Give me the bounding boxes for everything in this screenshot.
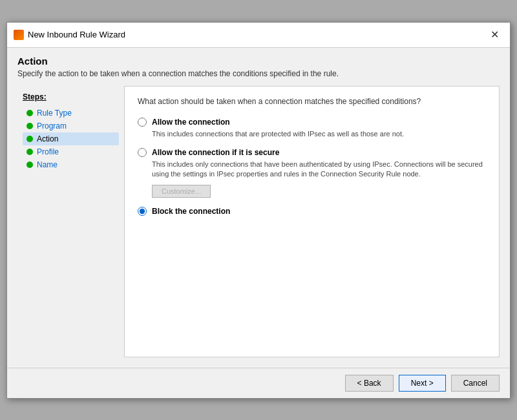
step-dot-action [26, 136, 33, 142]
step-item-action[interactable]: Action [23, 132, 119, 145]
step-item-profile[interactable]: Profile [23, 145, 119, 158]
option-block-row: Block the connection [138, 207, 486, 216]
content-area: Action Specify the action to be taken wh… [7, 48, 510, 368]
option-allow-secure-desc: This includes only connections that have… [152, 160, 486, 180]
option-allow-secure-block: Allow the connection if it is secure Thi… [138, 148, 486, 198]
cancel-button[interactable]: Cancel [451, 375, 500, 392]
page-title: Action [17, 56, 500, 67]
question-text: What action should be taken when a conne… [138, 97, 486, 106]
option-allow-secure-label: Allow the connection if it is secure [152, 148, 279, 157]
step-label-action: Action [37, 134, 58, 143]
option-allow-secure-row: Allow the connection if it is secure [138, 148, 486, 157]
option-allow-label: Allow the connection [152, 118, 230, 127]
customize-button[interactable]: Customize... [152, 185, 211, 198]
step-label-program: Program [37, 121, 67, 131]
step-dot-rule-type [26, 110, 33, 116]
option-block-radio[interactable] [138, 207, 147, 216]
option-allow-secure-radio[interactable] [138, 148, 147, 157]
option-allow-radio[interactable] [138, 118, 147, 127]
option-block-block: Block the connection [138, 207, 486, 216]
step-dot-name [26, 162, 33, 168]
right-panel: What action should be taken when a conne… [124, 86, 500, 357]
step-item-program[interactable]: Program [23, 120, 119, 132]
title-bar: New Inbound Rule Wizard ✕ [7, 23, 510, 48]
option-allow-desc: This includes connections that are prote… [152, 129, 486, 139]
steps-label: Steps: [23, 92, 119, 101]
next-button[interactable]: Next > [399, 375, 446, 392]
page-subtitle: Specify the action to be taken when a co… [17, 69, 500, 78]
back-button[interactable]: < Back [345, 375, 394, 392]
steps-list: Rule TypeProgramActionProfileName [23, 107, 119, 171]
steps-panel: Steps: Rule TypeProgramActionProfileName [17, 86, 124, 357]
main-body: Steps: Rule TypeProgramActionProfileName… [17, 86, 500, 357]
step-label-profile: Profile [37, 147, 59, 156]
step-item-name[interactable]: Name [23, 158, 119, 171]
option-block-label: Block the connection [152, 207, 230, 216]
close-button[interactable]: ✕ [485, 28, 503, 42]
window-title: New Inbound Rule Wizard [28, 30, 481, 39]
step-dot-program [26, 123, 33, 129]
wizard-window: New Inbound Rule Wizard ✕ Action Specify… [6, 22, 511, 399]
option-allow-row: Allow the connection [138, 118, 486, 127]
step-dot-profile [26, 149, 33, 155]
app-icon [14, 30, 24, 40]
step-label-name: Name [37, 160, 58, 169]
option-allow-block: Allow the connection This includes conne… [138, 118, 486, 139]
footer: < Back Next > Cancel [7, 368, 510, 398]
step-item-rule-type[interactable]: Rule Type [23, 107, 119, 120]
step-label-rule-type: Rule Type [37, 109, 72, 118]
